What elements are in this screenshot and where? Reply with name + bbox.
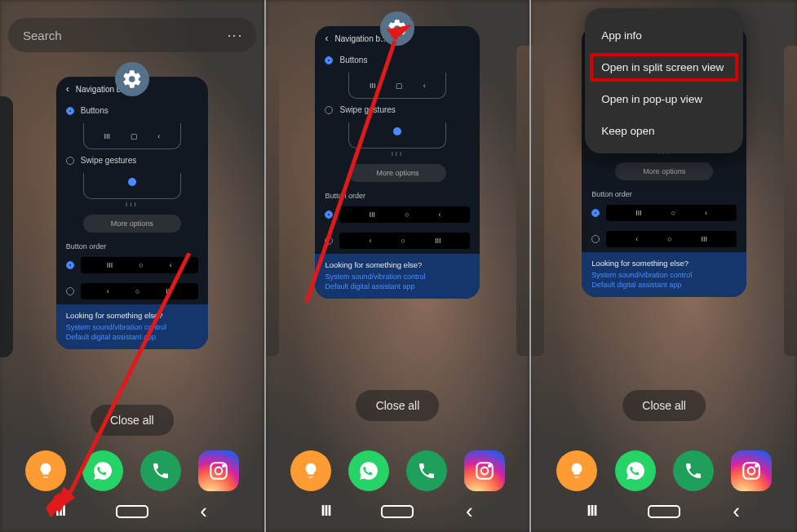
radio-order-2[interactable]	[591, 235, 600, 243]
svg-point-13	[747, 468, 755, 475]
system-nav-bar: III ‹	[266, 499, 530, 524]
recent-app-card-settings[interactable]: ‹ Navigation b… Buttons III▢‹ Swipe gest…	[56, 77, 208, 349]
search-placeholder: Search	[23, 29, 62, 42]
recent-app-card-settings[interactable]: ‹ Navigation b… Buttons III▢‹ Swipe gest…	[315, 26, 480, 299]
menu-item-popup-view[interactable]: Open in pop-up view	[585, 83, 743, 115]
button-order-label: Button order	[582, 187, 746, 200]
more-options-button[interactable]: More options	[348, 164, 446, 182]
footer-link-sound[interactable]: System sound/vibration control	[66, 323, 198, 331]
footer-link-sound[interactable]: System sound/vibration control	[325, 273, 470, 281]
radio-order-1[interactable]	[325, 211, 333, 219]
footer-title: Looking for something else?	[591, 259, 737, 268]
footer-link-sound[interactable]: System sound/vibration control	[591, 271, 737, 279]
nav-recents-button[interactable]: III	[44, 499, 77, 524]
nav-preview-buttons: III▢‹	[348, 73, 446, 99]
dock-app-phone[interactable]	[673, 450, 714, 491]
dock-app-whatsapp[interactable]	[615, 450, 656, 491]
nav-home-button[interactable]	[381, 499, 414, 524]
radio-swipe-off[interactable]	[66, 157, 74, 165]
menu-item-keep-open[interactable]: Keep open	[585, 115, 743, 147]
nav-back-button[interactable]: ‹	[188, 499, 220, 524]
option-swipe-row[interactable]: Swipe gestures	[315, 100, 480, 119]
radio-buttons-on[interactable]	[325, 56, 333, 64]
adjacent-app-card-left[interactable]	[0, 96, 13, 357]
menu-item-app-info[interactable]: App info	[585, 20, 743, 51]
svg-point-5	[215, 468, 223, 475]
order-option-2[interactable]: ‹○III	[315, 228, 480, 254]
nav-home-button[interactable]	[648, 499, 680, 524]
close-all-button[interactable]: Close all	[622, 390, 706, 421]
order-option-2[interactable]: ‹○III	[56, 278, 208, 304]
card-footer: Looking for something else? System sound…	[582, 252, 746, 297]
close-all-button[interactable]: Close all	[356, 390, 440, 421]
svg-point-6	[223, 465, 224, 467]
order-preview-2: ‹○III	[339, 233, 470, 249]
nav-home-button[interactable]	[116, 499, 148, 524]
back-chevron-icon[interactable]: ‹	[325, 33, 328, 44]
dock-app-phone[interactable]	[140, 450, 181, 491]
adjacent-card-strip-right[interactable]	[516, 46, 531, 356]
order-preview-2: ‹○III	[606, 231, 737, 247]
nav-recents-button[interactable]: III	[576, 499, 609, 524]
radio-buttons-on[interactable]	[66, 107, 74, 115]
card-footer: Looking for something else? System sound…	[315, 254, 480, 299]
adjacent-card-strip-right[interactable]	[784, 46, 797, 356]
order-option-2[interactable]: ‹○III	[582, 226, 746, 252]
option-buttons-row[interactable]: Buttons	[315, 51, 480, 69]
gesture-bars-icon: III	[56, 201, 208, 208]
dock-app-tips[interactable]	[25, 450, 66, 491]
nav-preview-buttons: III▢‹	[83, 123, 181, 149]
footer-link-assistant[interactable]: Default digital assistant app	[66, 333, 198, 341]
dock	[0, 450, 264, 491]
more-icon[interactable]: ⋮	[226, 29, 244, 42]
more-options-button[interactable]: More options	[615, 162, 713, 180]
dock-app-instagram[interactable]	[731, 450, 772, 491]
nav-back-button[interactable]: ‹	[453, 499, 485, 524]
gear-icon	[387, 18, 408, 39]
button-order-label: Button order	[315, 188, 480, 202]
card-footer: Looking for something else? System sound…	[56, 304, 208, 349]
option-buttons-row[interactable]: Buttons	[56, 101, 208, 120]
radio-order-1[interactable]	[66, 261, 74, 269]
option-swipe-label: Swipe gestures	[339, 105, 395, 114]
footer-title: Looking for something else?	[66, 311, 198, 320]
dock-app-tips[interactable]	[290, 450, 331, 491]
system-nav-bar: III ‹	[531, 499, 797, 524]
nav-recents-button[interactable]: III	[310, 499, 343, 524]
footer-link-assistant[interactable]: Default digital assistant app	[591, 281, 737, 289]
radio-order-1[interactable]	[591, 209, 600, 217]
screenshot-panel-1: Search ⋮ ‹ Navigation b… Buttons III▢‹	[0, 0, 266, 532]
order-option-1[interactable]: III○‹	[56, 252, 208, 278]
order-option-1[interactable]: III○‹	[582, 200, 746, 226]
radio-order-2[interactable]	[325, 237, 333, 245]
order-preview-1: III○‹	[81, 257, 198, 273]
gesture-bars-icon: III	[315, 150, 480, 157]
menu-item-split-screen[interactable]: Open in split screen view	[590, 53, 738, 82]
dock	[531, 450, 797, 491]
app-badge-settings[interactable]	[115, 62, 149, 96]
footer-link-assistant[interactable]: Default digital assistant app	[325, 282, 470, 290]
screenshot-panel-3: III More options Button order III○‹ ‹○II…	[531, 0, 797, 532]
more-options-button[interactable]: More options	[83, 215, 181, 233]
nav-back-button[interactable]: ‹	[720, 499, 753, 524]
radio-swipe-off[interactable]	[325, 106, 333, 114]
dock-app-whatsapp[interactable]	[82, 450, 123, 491]
radio-order-2[interactable]	[66, 287, 74, 295]
option-buttons-label: Buttons	[81, 106, 108, 115]
order-option-1[interactable]: III○‹	[315, 202, 480, 228]
dock-app-phone[interactable]	[406, 450, 447, 491]
dock-app-instagram[interactable]	[198, 450, 239, 491]
svg-point-11	[488, 465, 489, 467]
back-chevron-icon[interactable]: ‹	[66, 83, 69, 95]
close-all-button[interactable]: Close all	[91, 405, 174, 436]
adjacent-card-strip-left[interactable]	[266, 46, 279, 356]
option-swipe-row[interactable]: Swipe gestures	[56, 151, 208, 170]
adjacent-card-strip-left[interactable]	[531, 46, 544, 356]
app-badge-settings[interactable]	[380, 11, 414, 46]
recents-search-bar[interactable]: Search ⋮	[8, 18, 256, 52]
screenshot-panel-2: ‹ Navigation b… Buttons III▢‹ Swipe gest…	[266, 0, 532, 532]
button-order-label: Button order	[56, 239, 208, 252]
dock-app-instagram[interactable]	[464, 450, 505, 491]
dock-app-tips[interactable]	[556, 450, 597, 491]
dock-app-whatsapp[interactable]	[348, 450, 389, 491]
